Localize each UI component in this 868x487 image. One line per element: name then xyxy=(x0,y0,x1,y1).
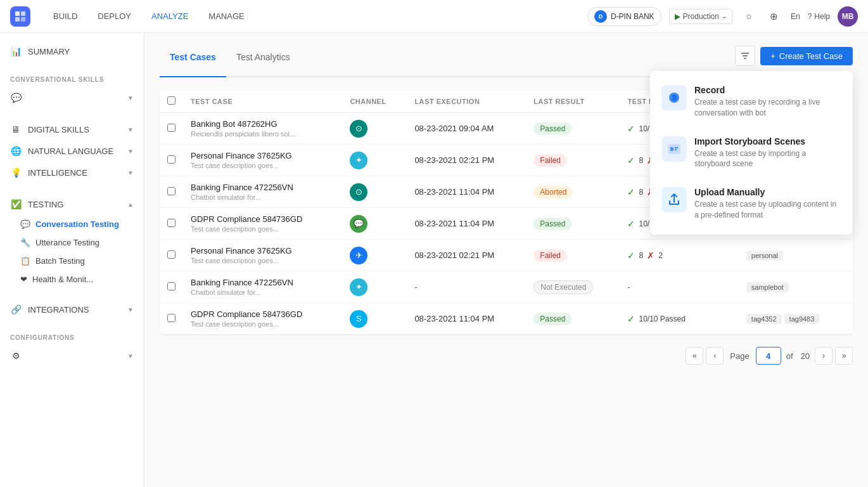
pagination: « ‹ Page of 20 › » xyxy=(160,347,853,365)
conv-testing-icon: 💬 xyxy=(20,219,30,229)
row-channel-icon: S xyxy=(350,310,367,328)
sidebar-section-conv: CONVERSATIONAL SKILLS 💬 ▼ xyxy=(0,65,144,111)
row-checkbox-1[interactable] xyxy=(167,155,176,164)
create-dropdown-menu: Record Create a test case by recording a… xyxy=(650,71,853,235)
sidebar-item-batch-testing[interactable]: 📋 Batch Testing xyxy=(20,252,144,270)
tag: samplebot xyxy=(746,282,789,292)
upload-description: Create a test case by uploading content … xyxy=(694,199,841,221)
nav-build[interactable]: BUILD xyxy=(46,8,85,25)
row-checkbox-4[interactable] xyxy=(167,250,176,259)
table-row: Banking Finance 472256VN Chatbot simulat… xyxy=(160,271,853,303)
env-selector[interactable]: ▶ Production ⌄ xyxy=(669,9,732,24)
create-btn-label: Create Test Case xyxy=(779,51,843,61)
row-test-desc: Chatbot simulator for... xyxy=(191,193,335,201)
tag: personal xyxy=(746,250,783,261)
record-title: Record xyxy=(694,85,841,95)
row-test-name: GDPR Compliance 584736GD xyxy=(191,309,335,319)
row-tags: samplebot xyxy=(739,271,853,303)
record-description: Create a test case by recording a live c… xyxy=(694,97,841,119)
row-last-result: Passed xyxy=(526,113,620,145)
topnav-links: BUILD DEPLOY ANALYZE MANAGE xyxy=(46,8,252,25)
sidebar-item-configurations[interactable]: ⚙ ▼ xyxy=(0,345,144,367)
configurations-icon: ⚙ xyxy=(10,350,22,361)
testing-icon: ✅ xyxy=(10,198,22,210)
page-input[interactable] xyxy=(756,347,781,365)
row-last-execution: 08-23-2021 11:04 PM xyxy=(407,176,526,208)
language-selector[interactable]: En xyxy=(791,12,800,21)
nav-analyze[interactable]: ANALYZE xyxy=(144,8,196,25)
sidebar-item-testing[interactable]: ✅ TESTING ▲ xyxy=(0,193,144,215)
svg-rect-11 xyxy=(670,147,673,151)
row-checkbox-2[interactable] xyxy=(167,187,176,195)
row-channel-icon: ✈ xyxy=(350,247,367,264)
sidebar-item-health-monit[interactable]: ❤ Health & Monit... xyxy=(20,270,144,289)
user-avatar[interactable]: MB xyxy=(838,6,858,27)
last-page-btn[interactable]: » xyxy=(835,347,853,365)
row-channel-cell: ⊙ xyxy=(342,176,407,208)
bank-selector[interactable]: D D-PIN BANK xyxy=(587,7,661,26)
row-test-name: Personal Finance 37625KG xyxy=(191,151,335,160)
row-result-detail: - xyxy=(620,271,738,303)
row-channel-icon: ⊙ xyxy=(350,183,367,201)
conv-skills-chevron-icon: ▼ xyxy=(127,94,134,101)
row-channel-cell: ⊙ xyxy=(342,113,407,145)
row-last-execution: 08-23-2021 02:21 PM xyxy=(407,145,526,176)
record-icon xyxy=(661,85,687,110)
sidebar-item-natural-language[interactable]: 🌐 NATURAL LANGUAGE ▼ xyxy=(0,140,144,162)
row-test-name: Banking Bot 487262HG xyxy=(191,119,335,129)
prev-page-btn[interactable]: ‹ xyxy=(706,347,724,365)
row-checkbox-5[interactable] xyxy=(167,282,176,290)
sidebar-item-utterance-testing[interactable]: 🔧 Utterance Testing xyxy=(20,233,144,252)
first-page-btn[interactable]: « xyxy=(686,347,703,365)
sidebar-item-integrations[interactable]: 🔗 INTEGRATIONS ▼ xyxy=(0,299,144,320)
row-test-desc: Reiciendis perspiciatis libero sol... xyxy=(191,130,335,138)
tab-test-cases[interactable]: Test Cases xyxy=(160,46,226,77)
storyboard-item-text: Import Storyboard Scenes Create a test c… xyxy=(694,136,841,170)
sidebar-item-digital-skills[interactable]: 🖥 DIGITAL SKILLS ▼ xyxy=(0,119,144,140)
settings-icon-btn[interactable]: ⊕ xyxy=(765,8,783,25)
filter-button[interactable] xyxy=(735,46,755,66)
summary-icon: 📊 xyxy=(10,46,22,57)
sidebar-section-integrations: 🔗 INTEGRATIONS ▼ xyxy=(0,291,144,323)
sidebar-item-intelligence[interactable]: 💡 INTELLIGENCE ▼ xyxy=(0,162,144,183)
health-icon: ❤ xyxy=(20,275,27,284)
storyboard-description: Create a test case by importing a storyb… xyxy=(694,148,841,170)
row-test-case-cell: Personal Finance 37625KG Test case descr… xyxy=(183,240,342,271)
create-test-case-button[interactable]: + Create Test Case xyxy=(760,47,853,65)
row-channel-cell: S xyxy=(342,303,407,335)
tab-test-analytics[interactable]: Test Analytics xyxy=(226,46,300,77)
row-last-result: Failed xyxy=(526,240,620,271)
nav-deploy[interactable]: DEPLOY xyxy=(90,8,139,25)
row-result-detail: ✓10/10 Passed xyxy=(620,303,738,335)
sidebar-item-summary[interactable]: 📊 SUMMARY xyxy=(0,41,144,62)
row-result-detail-content: ✓10/10 Passed xyxy=(627,314,731,324)
dropdown-record-item[interactable]: Record Create a test case by recording a… xyxy=(650,76,853,127)
col-last-execution: LAST EXECUTION xyxy=(407,90,526,113)
sidebar-item-conversation-testing[interactable]: 💬 Conversation Testing xyxy=(20,215,144,233)
row-checkbox-6[interactable] xyxy=(167,314,176,322)
nav-manage[interactable]: MANAGE xyxy=(201,8,252,25)
row-result-badge: Passed xyxy=(533,122,571,135)
upload-title: Upload Manually xyxy=(694,187,841,197)
row-channel-cell: ✈ xyxy=(342,240,407,271)
intelligence-icon: 💡 xyxy=(10,167,22,178)
help-btn[interactable]: ? Help xyxy=(808,12,830,21)
row-last-result: Passed xyxy=(526,208,620,240)
dropdown-upload-item[interactable]: Upload Manually Create a test case by up… xyxy=(650,178,853,230)
sidebar-section-top: 📊 SUMMARY xyxy=(0,33,144,65)
row-checkbox-cell xyxy=(160,271,183,303)
select-all-checkbox[interactable] xyxy=(167,96,176,105)
row-last-execution: 08-23-2021 09:04 AM xyxy=(407,113,526,145)
tag: tag4352 xyxy=(746,314,782,324)
row-checkbox-0[interactable] xyxy=(167,124,176,132)
digital-chevron-icon: ▼ xyxy=(127,126,134,133)
next-page-btn[interactable]: › xyxy=(815,347,833,365)
dropdown-storyboard-item[interactable]: Import Storyboard Scenes Create a test c… xyxy=(650,127,853,179)
notifications-btn[interactable]: ○ xyxy=(740,8,758,25)
row-checkbox-3[interactable] xyxy=(167,219,176,227)
natural-lang-icon: 🌐 xyxy=(10,145,22,157)
sidebar-section-testing: ✅ TESTING ▲ 💬 Conversation Testing 🔧 Utt… xyxy=(0,186,144,291)
health-label: Health & Monit... xyxy=(32,275,93,284)
sidebar: 📊 SUMMARY CONVERSATIONAL SKILLS 💬 ▼ 🖥 DI… xyxy=(0,33,144,487)
sidebar-item-conv-skills[interactable]: 💬 ▼ xyxy=(0,87,144,108)
